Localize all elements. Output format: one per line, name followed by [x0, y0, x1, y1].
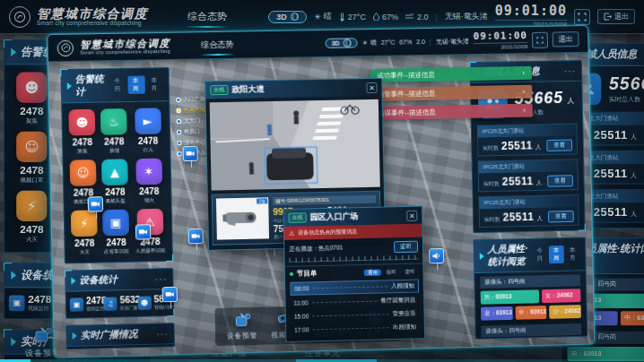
- mode-3d-toggle[interactable]: 3D: [326, 38, 358, 48]
- svg-text:!: !: [247, 315, 248, 319]
- bullet-camera-icon: [222, 206, 263, 230]
- stat-chip-young: 少：24062: [549, 305, 581, 319]
- alarm-tile[interactable]: ♨2478抽烟: [100, 108, 128, 155]
- app-logo: 智慧城市综合调度 Smart city comprehensive dispat…: [9, 6, 148, 28]
- program-tab-timed[interactable]: 定时: [402, 268, 419, 274]
- camera-marker[interactable]: [135, 224, 152, 239]
- total-people-value: 55665: [609, 73, 644, 93]
- poi-dot-icon: [177, 108, 181, 113]
- alarm-tile[interactable]: ▲2478佩戴头盔: [100, 159, 129, 205]
- mask-icon: ☺: [24, 140, 39, 153]
- view-button[interactable]: 查看: [546, 139, 572, 151]
- camera-marker[interactable]: [187, 228, 203, 244]
- app-title: 智慧城市综合调度: [37, 7, 148, 21]
- app-subtitle: Smart city comprehensive dispatching: [80, 48, 170, 56]
- smoking-icon: ♨: [109, 116, 119, 127]
- panel-more-button[interactable]: ···: [156, 328, 169, 339]
- dotted-line: [313, 327, 390, 330]
- mask-icon: ☺: [77, 167, 90, 178]
- panel-arrow-icon: [73, 332, 77, 340]
- mode-3d-toggle[interactable]: 3D: [268, 11, 307, 23]
- alarm-tile[interactable]: ►2478行人: [131, 108, 164, 154]
- alarm-tile[interactable]: ⚡2478火灾: [11, 191, 52, 245]
- alarm-tile[interactable]: ✶2478烟火: [132, 159, 165, 205]
- crowd-icon: ☻: [24, 81, 39, 94]
- tab-week[interactable]: 本周: [128, 76, 145, 94]
- view-button[interactable]: 查看: [548, 210, 574, 222]
- event-toasts: 成功事件--描述信息› 预警事件--描述信息› 错误事件--描述信息›: [370, 66, 533, 120]
- warning-icon: ⚠: [289, 229, 294, 237]
- exit-button[interactable]: 退出: [553, 31, 579, 47]
- tab-week[interactable]: 本周: [549, 246, 564, 263]
- wind-status: 2.0: [416, 39, 425, 45]
- panel-more-button[interactable]: ···: [155, 273, 168, 284]
- program-tab-general[interactable]: 通用: [364, 269, 381, 275]
- exit-icon: [604, 13, 612, 21]
- area-people-row: IPC25北大门票站 实时数25511人查看: [478, 159, 579, 192]
- alarm-tile[interactable]: ▣2478占道车识别: [101, 210, 130, 256]
- poi-dot-icon: [177, 130, 181, 134]
- area-people-row: IPC25北大门票站 实时数25511人查看: [478, 194, 579, 228]
- toast-success[interactable]: 成功事件--描述信息›: [370, 66, 532, 82]
- program-tab-temp[interactable]: 临时: [383, 269, 400, 275]
- alarm-tile[interactable]: ☻2478聚集: [67, 109, 96, 156]
- camera-marker[interactable]: [162, 287, 178, 302]
- panel-arrow-icon: [480, 253, 484, 260]
- close-icon[interactable]: ✕: [366, 82, 377, 92]
- alarm-tile[interactable]: ☻2478聚集: [11, 73, 52, 126]
- exit-button[interactable]: 退出: [597, 9, 635, 24]
- panel-arrow-icon: [11, 271, 16, 279]
- tab-today[interactable]: 今日: [532, 246, 547, 263]
- schedule-row[interactable]: 08:00入园须知: [290, 280, 419, 296]
- logo-icon: [57, 39, 74, 56]
- camera-marker[interactable]: [182, 146, 197, 161]
- schedule-row[interactable]: 11:00餐厅就餐消息: [290, 294, 419, 308]
- humidity-status: 67%: [373, 13, 398, 22]
- total-people-label: 实时总人数: [609, 95, 644, 104]
- alarm-tile[interactable]: ☺2478佩戴口罩: [11, 132, 52, 185]
- schedule-row[interactable]: 17:00出园须知: [291, 321, 420, 336]
- program-header: 节目单 通用 临时 定时: [285, 263, 423, 280]
- camera-icon: ▣: [70, 297, 83, 311]
- tab-month[interactable]: 本月: [146, 75, 163, 93]
- panel-arrow-icon: [11, 47, 16, 56]
- app-logo: 智慧城市综合调度 Smart city comprehensive dispat…: [57, 38, 171, 56]
- video-popup-title: 政阳大道: [231, 83, 264, 96]
- temperature-status: 27°C: [381, 39, 396, 46]
- wind-icon: [405, 13, 414, 21]
- fireworks-icon: ✶: [144, 166, 153, 177]
- panel-arrow-icon: [71, 277, 75, 284]
- schedule-row[interactable]: 15:00背景音乐: [291, 307, 420, 322]
- tool-device-alarm[interactable]: ! 设备预警: [227, 312, 258, 341]
- fire-icon: ⚡: [80, 218, 89, 229]
- camera-marker[interactable]: [88, 196, 104, 211]
- photo-count-badge: 2张: [257, 198, 267, 203]
- video-frame: [210, 99, 380, 191]
- fullscreen-button[interactable]: [574, 9, 590, 25]
- panel-more-button[interactable]: ···: [564, 65, 577, 76]
- stat-chip-female: 女：24062: [542, 289, 581, 303]
- view-button[interactable]: 查看: [547, 175, 573, 187]
- chevron-right-icon: ›: [523, 88, 526, 96]
- fire-icon: ⚡: [27, 199, 37, 212]
- toast-warning[interactable]: 预警事件--描述信息›: [370, 85, 533, 101]
- fullscreen-button[interactable]: [532, 31, 548, 47]
- nav-tab-overview[interactable]: 综合态势: [192, 36, 243, 54]
- vehicle-icon: ▣: [110, 217, 122, 228]
- time-value: 09:01:00: [474, 30, 528, 41]
- close-icon[interactable]: ✕: [406, 210, 417, 220]
- tab-month[interactable]: 本月: [565, 246, 580, 263]
- broadcast-panel: 实时广播情况··· 闻言，我当即清楚，这是小猫的声音。2021-06-15 11…: [65, 323, 175, 349]
- thermometer-icon: [339, 13, 345, 22]
- now-playing-row: 正在播放：热点0701 监听: [284, 237, 422, 257]
- alarm-tile[interactable]: ⚡2478火灾: [70, 210, 99, 256]
- device-alarm-icon: !: [31, 326, 55, 346]
- nav-tab-overview[interactable]: 综合态势: [178, 7, 236, 26]
- listen-button[interactable]: 监听: [394, 241, 418, 254]
- location-label: 无锡·鼋头渚: [436, 37, 469, 47]
- weather-status: ☀晴: [314, 11, 332, 22]
- device-panel: 设备统计··· ▣2478视频监控 ♫5632应急广播 ☻58智能识别: [65, 268, 174, 319]
- globe-icon: [344, 39, 352, 47]
- tab-today[interactable]: 今日: [109, 76, 126, 94]
- speaker-marker[interactable]: [429, 248, 444, 263]
